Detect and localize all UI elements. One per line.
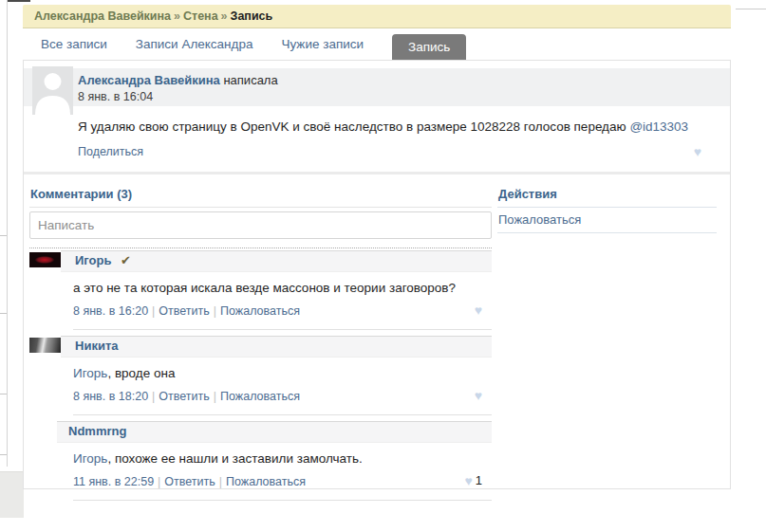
pipe-separator: | [148,390,159,403]
pipe-separator: | [154,475,164,488]
comment-author-avatar[interactable] [29,252,61,267]
comments-heading: Комментарии (3) [29,184,492,208]
share-button[interactable]: Поделиться [78,145,143,158]
comment-author-strip: Никита [61,336,492,358]
comment-text-body: , похоже ее нашли и заставили замолчать. [107,451,362,466]
comment-report-button[interactable]: Пожаловаться [226,475,306,488]
verified-check-icon: ✔ [121,253,131,267]
comment-text: а это не та которая искала везде массоно… [73,281,492,296]
window-edge-tick [0,313,7,314]
post-text-body: Я удаляю свою страницу в OpenVK и своё н… [78,119,626,134]
window-edge-tick [0,454,7,455]
comment-author-link[interactable]: Ndmmrng [68,424,126,438]
comment-date-link[interactable]: 8 янв. в 18:20 [73,390,148,403]
tab-all-posts[interactable]: Все записи [41,28,107,60]
comment-date-link[interactable]: 11 янв. в 22:59 [73,475,154,488]
comment-mention-link[interactable]: Игорь [73,451,107,466]
comment-input[interactable] [29,211,492,239]
breadcrumb-wall-link[interactable]: Стена [183,9,218,23]
post-header: Александра Вавейкина написала 8 янв. в 1… [24,68,730,106]
comment-item: Ndmmrng Игорь, похоже ее нашли и застави… [29,421,492,501]
window-edge-tick [0,394,7,394]
comment-item: Никита Игорь, вроде она 8 янв. в 18:20|О… [29,336,492,415]
comment-meta-row: 8 янв. в 18:20|Ответить|Пожаловаться ♥ [73,390,492,415]
comment-reply-button[interactable]: Ответить [159,304,209,318]
breadcrumb-separator: » [171,9,183,23]
comment-author-strip: Ndmmrng [57,421,492,443]
post-text: Я удаляю свою страницу в OpenVK и своё н… [78,119,701,135]
post-panel: Александра Вавейкина написала 8 янв. в 1… [23,60,731,489]
pipe-separator: | [215,475,226,488]
breadcrumb: Александра Вавейкина»Стена»Запись [23,5,731,28]
comment-author-avatar[interactable] [29,338,61,353]
window-edge-dash [8,0,30,2]
pipe-separator: | [210,390,220,403]
comment-author-link[interactable]: Никита [75,339,118,353]
breadcrumb-separator: » [218,9,231,23]
like-count: 1 [476,473,482,487]
window-edge-line [7,0,8,467]
breadcrumb-current: Запись [231,9,273,23]
comment-likes[interactable]: ♥1 [464,474,482,487]
post-date: 8 янв. в 16:04 [78,90,730,103]
comment-text: Игорь, похоже ее нашли и заставили замол… [73,451,492,467]
comments-section: Комментарии (3) Игорь ✔ а это не та кото… [29,184,492,501]
window-edge-line-right [736,9,766,9]
comments-list: Игорь ✔ а это не та которая искала везде… [29,248,492,501]
tab-single-post[interactable]: Запись [392,34,466,60]
window-edge-tick [0,235,7,236]
post-author-link[interactable]: Александра Вавейкина [78,73,220,87]
comment-report-button[interactable]: Пожаловаться [220,390,300,403]
comment-report-button[interactable]: Пожаловаться [220,304,300,318]
heart-icon: ♥ [475,388,482,403]
pipe-separator: | [210,304,220,318]
post-actions-row: Поделиться ♥ [78,145,701,158]
comment-item: Игорь ✔ а это не та которая искала везде… [29,250,492,330]
default-avatar-icon [32,66,73,115]
breadcrumb-user-link[interactable]: Александра Вавейкина [34,9,171,23]
comment-mention-link[interactable]: Игорь [73,366,107,380]
post-action-label: написала [223,73,277,87]
wall-tabs: Все записи Записи Александра Чужие запис… [23,28,731,60]
comment-likes[interactable]: ♥ [475,389,482,402]
report-post-button[interactable]: Пожаловаться [497,208,717,233]
comment-meta-row: 8 янв. в 16:20|Ответить|Пожаловаться ♥ [73,304,492,330]
comment-author-link[interactable]: Игорь [75,253,111,267]
comment-reply-button[interactable]: Ответить [164,475,215,488]
comment-meta-row: 11 янв. в 22:59|Ответить|Пожаловаться ♥1 [73,475,492,501]
window-edge-block [0,471,24,518]
heart-icon: ♥ [475,303,482,318]
tab-others-posts[interactable]: Чужие записи [281,28,364,60]
comment-text-body: , вроде она [107,366,175,380]
actions-sidebar: Действия Пожаловаться [497,184,730,233]
comment-reply-button[interactable]: Ответить [159,390,209,403]
post-author-avatar[interactable] [32,66,73,115]
actions-heading: Действия [497,184,717,208]
comment-text: Игорь, вроде она [73,366,492,381]
heart-icon: ♥ [694,144,701,159]
post-mention-link[interactable]: @id13303 [629,119,688,134]
wall-post-page: Александра Вавейкина»Стена»Запись Все за… [23,5,731,489]
comment-date-link[interactable]: 8 янв. в 16:20 [73,304,148,318]
post-likes[interactable]: ♥ [694,145,701,158]
comment-author-strip: Игорь ✔ [61,250,492,272]
wall-post: Александра Вавейкина написала 8 янв. в 1… [24,61,730,158]
tab-owner-posts[interactable]: Записи Александра [136,28,253,60]
pipe-separator: | [148,304,159,318]
heart-icon: ♥ [464,473,472,488]
comment-likes[interactable]: ♥ [475,303,482,317]
